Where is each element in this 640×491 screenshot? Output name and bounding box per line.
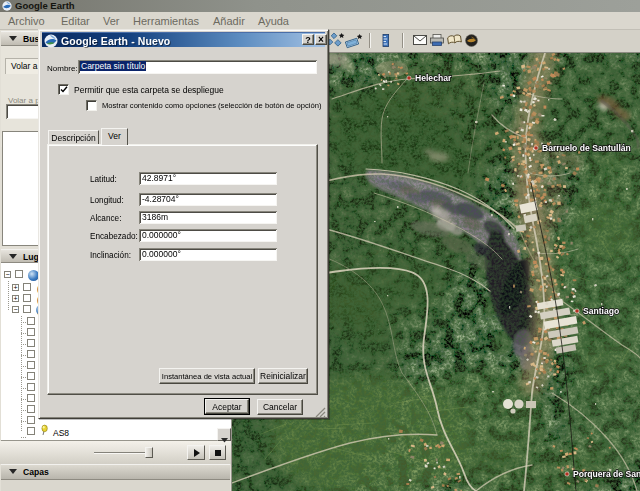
svg-text:Porquera de San: Porquera de San — [573, 469, 640, 479]
svg-text:Helechar: Helechar — [415, 73, 452, 83]
svg-text:Barruelo de Santullán: Barruelo de Santullán — [542, 143, 631, 153]
svg-text:Santiago: Santiago — [583, 306, 619, 316]
